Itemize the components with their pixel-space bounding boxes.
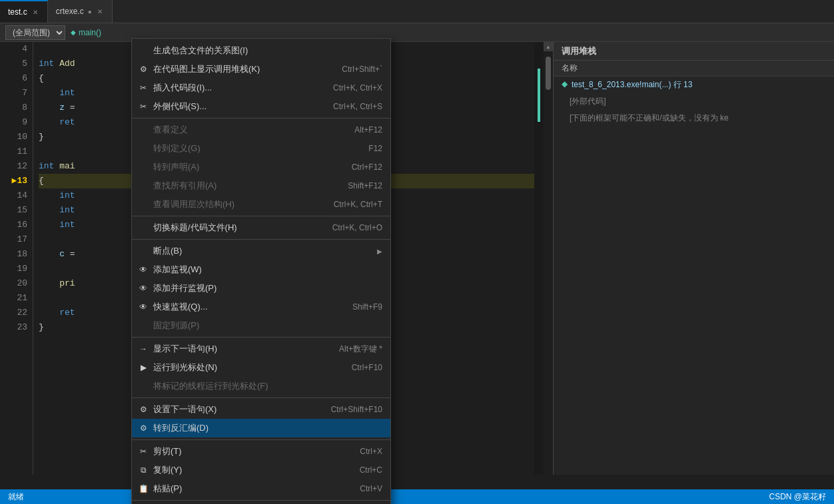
menu-item-copy[interactable]: ⧉ 复制(Y) Ctrl+C <box>132 461 390 479</box>
menu-label-breakpoint: 断点(B) <box>153 245 372 257</box>
run-cursor-icon: ▶ <box>137 363 149 372</box>
menu-shortcut-toggle-header: Ctrl+K, Ctrl+O <box>332 223 382 232</box>
menu-shortcut-peek-definition: Alt+F12 <box>354 125 382 134</box>
menu-shortcut-set-next-stmt: Ctrl+Shift+F10 <box>331 405 382 414</box>
menu-label-show-callstack: 在代码图上显示调用堆栈(K) <box>153 63 331 75</box>
menu-shortcut-find-all-refs: Shift+F12 <box>348 181 382 190</box>
menu-item-run-thread-to-cursor: 将标记的线程运行到光标处(F) <box>132 377 390 395</box>
menu-item-breakpoint[interactable]: 断点(B) ▶ <box>132 242 390 260</box>
cut-icon: ✂ <box>137 447 149 456</box>
menu-item-toggle-header[interactable]: 切换标题/代码文件(H) Ctrl+K, Ctrl+O <box>132 218 390 237</box>
menu-label-insert-snippet: 插入代码段(I)... <box>153 82 322 94</box>
menu-item-paste[interactable]: 📋 粘贴(P) Ctrl+V <box>132 479 390 498</box>
disassembly-icon: ⚙ <box>137 423 149 433</box>
menu-item-generate-file-map[interactable]: 生成包含文件的关系图(I) <box>132 41 390 60</box>
watch-icon: 👁 <box>137 265 149 274</box>
surround-icon: ✂ <box>137 102 149 111</box>
separator-3 <box>132 239 390 240</box>
menu-item-show-callstack[interactable]: ⚙ 在代码图上显示调用堆栈(K) Ctrl+Shift+` <box>132 60 390 79</box>
menu-item-add-watch[interactable]: 👁 添加监视(W) <box>132 260 390 279</box>
menu-item-add-parallel-watch[interactable]: 👁 添加并行监视(P) <box>132 279 390 298</box>
menu-label-goto-declaration: 转到声明(A) <box>153 161 341 173</box>
menu-label-add-watch: 添加监视(W) <box>153 264 382 276</box>
parallel-watch-icon: 👁 <box>137 284 149 293</box>
separator-2 <box>132 216 390 216</box>
menu-shortcut-call-hierarchy: Ctrl+K, Ctrl+T <box>334 200 382 209</box>
menu-item-cut[interactable]: ✂ 剪切(T) Ctrl+X <box>132 442 390 461</box>
menu-label-cut: 剪切(T) <box>153 445 349 457</box>
menu-shortcut-show-callstack: Ctrl+Shift+` <box>342 65 382 74</box>
menu-shortcut-cut: Ctrl+X <box>360 447 382 456</box>
breakpoint-submenu-arrow: ▶ <box>377 248 382 255</box>
menu-label-run-to-cursor: 运行到光标处(N) <box>153 362 341 374</box>
menu-label-goto-definition: 转到定义(G) <box>153 142 358 154</box>
menu-item-goto-disassembly[interactable]: ⚙ 转到反汇编(D) <box>132 419 390 437</box>
paste-icon: 📋 <box>137 484 149 493</box>
menu-item-surround-with[interactable]: ✂ 外侧代码(S)... Ctrl+K, Ctrl+S <box>132 97 390 116</box>
menu-item-peek-definition: 查看定义 Alt+F12 <box>132 121 390 139</box>
menu-shortcut-insert-snippet: Ctrl+K, Ctrl+X <box>333 83 382 93</box>
separator-7 <box>132 500 390 501</box>
menu-item-pin-to-source: 固定到源(P) <box>132 316 390 335</box>
menu-label-generate-file-map: 生成包含文件的关系图(I) <box>153 45 382 57</box>
menu-item-run-to-cursor[interactable]: ▶ 运行到光标处(N) Ctrl+F10 <box>132 358 390 377</box>
menu-item-call-hierarchy: 查看调用层次结构(H) Ctrl+K, Ctrl+T <box>132 195 390 214</box>
menu-item-quick-watch[interactable]: 👁 快速监视(Q)... Shift+F9 <box>132 298 390 316</box>
separator-1 <box>132 118 390 119</box>
menu-label-set-next-stmt: 设置下一语句(X) <box>153 403 320 415</box>
menu-shortcut-copy: Ctrl+C <box>360 465 382 475</box>
set-stmt-icon: ⚙ <box>137 405 149 414</box>
menu-shortcut-goto-definition: F12 <box>368 144 382 153</box>
separator-5 <box>132 397 390 398</box>
menu-shortcut-paste: Ctrl+V <box>360 484 382 493</box>
menu-label-goto-disassembly: 转到反汇编(D) <box>153 422 382 434</box>
menu-item-goto-declaration: 转到声明(A) Ctrl+F12 <box>132 158 390 176</box>
menu-label-paste: 粘贴(P) <box>153 483 349 495</box>
menu-label-call-hierarchy: 查看调用层次结构(H) <box>153 198 323 210</box>
copy-icon: ⧉ <box>137 465 149 475</box>
quick-watch-icon: 👁 <box>137 302 149 312</box>
menu-shortcut-surround-with: Ctrl+K, Ctrl+S <box>333 102 382 111</box>
menu-item-show-next-stmt[interactable]: → 显示下一语句(H) Alt+数字键 * <box>132 340 390 358</box>
separator-4 <box>132 337 390 338</box>
menu-shortcut-goto-declaration: Ctrl+F12 <box>352 162 382 172</box>
callstack-icon: ⚙ <box>137 65 149 74</box>
menu-shortcut-quick-watch: Shift+F9 <box>352 302 382 312</box>
menu-label-show-next-stmt: 显示下一语句(H) <box>153 343 328 355</box>
menu-shortcut-run-to-cursor: Ctrl+F10 <box>352 363 382 372</box>
menu-item-set-next-stmt[interactable]: ⚙ 设置下一语句(X) Ctrl+Shift+F10 <box>132 400 390 419</box>
menu-item-insert-snippet[interactable]: ✂ 插入代码段(I)... Ctrl+K, Ctrl+X <box>132 79 390 97</box>
menu-label-peek-definition: 查看定义 <box>153 124 344 136</box>
menu-label-pin-to-source: 固定到源(P) <box>153 320 382 332</box>
menu-label-find-all-refs: 查找所有引用(A) <box>153 180 337 192</box>
snippet-icon: ✂ <box>137 83 149 93</box>
menu-item-find-all-refs: 查找所有引用(A) Shift+F12 <box>132 176 390 195</box>
next-stmt-icon: → <box>137 344 149 354</box>
context-menu: 生成包含文件的关系图(I) ⚙ 在代码图上显示调用堆栈(K) Ctrl+Shif… <box>131 38 391 504</box>
menu-item-goto-definition: 转到定义(G) F12 <box>132 139 390 158</box>
context-menu-overlay: 生成包含文件的关系图(I) ⚙ 在代码图上显示调用堆栈(K) Ctrl+Shif… <box>0 0 834 504</box>
separator-6 <box>132 439 390 440</box>
menu-shortcut-show-next-stmt: Alt+数字键 * <box>339 344 382 355</box>
menu-label-quick-watch: 快速监视(Q)... <box>153 301 342 313</box>
menu-label-copy: 复制(Y) <box>153 464 349 476</box>
menu-label-toggle-header: 切换标题/代码文件(H) <box>153 222 322 234</box>
menu-label-add-parallel-watch: 添加并行监视(P) <box>153 282 382 294</box>
menu-label-run-thread-to-cursor: 将标记的线程运行到光标处(F) <box>153 380 382 392</box>
menu-label-surround-with: 外侧代码(S)... <box>153 101 322 113</box>
